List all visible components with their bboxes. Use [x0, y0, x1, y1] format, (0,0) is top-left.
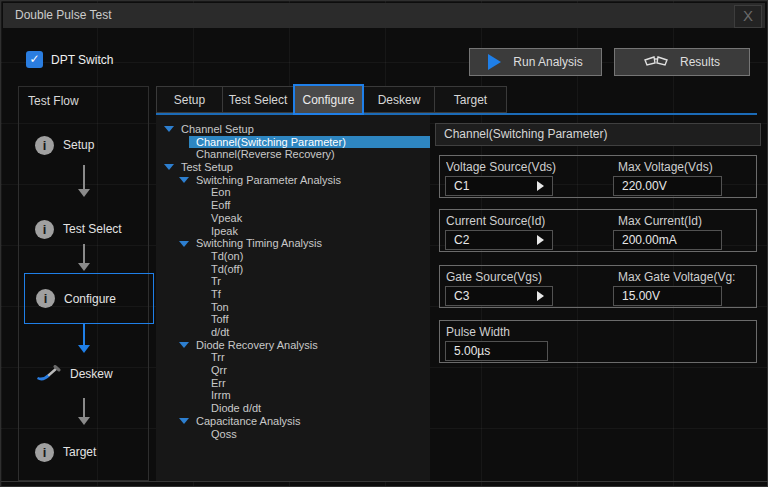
- tree-item-label: Diode d/dt: [211, 402, 261, 415]
- max-gate-voltage-input[interactable]: 15.00V: [613, 286, 722, 306]
- tree-item[interactable]: Irrm: [156, 389, 430, 402]
- tab-test-select[interactable]: Test Select: [222, 86, 294, 113]
- tree-item[interactable]: Vpeak: [156, 212, 430, 225]
- tree-item[interactable]: Ipeak: [156, 225, 430, 238]
- voltage-group: Voltage Source(Vds) Max Voltage(Vds) C1 …: [439, 155, 757, 198]
- tree-item[interactable]: Eon: [156, 186, 430, 199]
- double-pulse-test-dialog: Double Pulse Test X ✓ DPT Switch Run Ana…: [0, 0, 768, 487]
- input-value: 200.00mA: [622, 233, 677, 247]
- tree-expander-icon[interactable]: [164, 126, 174, 132]
- gate-source-label: Gate Source(Vgs): [446, 270, 542, 284]
- tree-item[interactable]: Switching Parameter Analysis: [156, 174, 430, 187]
- current-group: Current Source(Id) Max Current(Id) C2 20…: [439, 209, 757, 252]
- tree-item-label: Capacitance Analysis: [196, 415, 301, 428]
- tree-item[interactable]: Td(on): [156, 250, 430, 263]
- flow-arrow-down-icon: [77, 244, 91, 271]
- flow-step-setup[interactable]: Setup: [19, 133, 148, 157]
- tree-item-label: Vpeak: [211, 212, 242, 225]
- flow-arrow-down-blue-icon: [77, 323, 91, 353]
- tab-deskew[interactable]: Deskew: [363, 86, 435, 113]
- panel-bottom-divider: [1, 481, 768, 482]
- dropdown-value: C3: [454, 289, 469, 303]
- info-icon: [36, 289, 55, 308]
- tree-item-label: Channel(Switching Parameter): [196, 136, 346, 149]
- dpt-switch-label: DPT Switch: [51, 53, 113, 67]
- probe-icon: [35, 365, 61, 384]
- play-icon: [488, 54, 501, 70]
- flow-step-test-select[interactable]: Test Select: [19, 217, 148, 241]
- tree-item-label: Td(off): [211, 263, 243, 276]
- current-source-label: Current Source(Id): [446, 214, 545, 228]
- tree-item-label: Trr: [211, 351, 225, 364]
- tree-expander-icon[interactable]: [179, 418, 189, 424]
- info-icon: [35, 443, 54, 462]
- flow-step-configure[interactable]: Configure: [24, 273, 154, 324]
- tree-expander-icon[interactable]: [179, 241, 189, 247]
- close-button[interactable]: X: [734, 5, 762, 28]
- tree-item-label: Eon: [211, 186, 231, 199]
- current-source-dropdown[interactable]: C2: [445, 230, 553, 250]
- tree-item[interactable]: Qoss: [156, 428, 430, 441]
- tab-bar: SetupTest SelectConfigureDeskewTarget: [156, 86, 507, 115]
- tree-item[interactable]: Ton: [156, 301, 430, 314]
- tree-item[interactable]: Td(off): [156, 263, 430, 276]
- tree-item[interactable]: Capacitance Analysis: [156, 415, 430, 428]
- tree-item[interactable]: Diode Recovery Analysis: [156, 339, 430, 352]
- glasses-icon: [644, 55, 668, 69]
- tree-item[interactable]: Switching Timing Analysis: [156, 237, 430, 250]
- dropdown-arrow-icon: [537, 181, 544, 191]
- tree-item-label: Switching Parameter Analysis: [196, 174, 341, 187]
- tree-item-label: Channel Setup: [181, 123, 254, 136]
- tree-item[interactable]: Err: [156, 377, 430, 390]
- pulse-width-label: Pulse Width: [446, 325, 510, 339]
- max-voltage-input[interactable]: 220.00V: [613, 176, 722, 196]
- tree-item[interactable]: Channel(Reverse Recovery): [156, 148, 430, 161]
- dropdown-value: C1: [454, 179, 469, 193]
- tree-item[interactable]: Channel Setup: [156, 123, 430, 136]
- results-button[interactable]: Results: [614, 48, 750, 76]
- tab-setup[interactable]: Setup: [156, 86, 223, 113]
- tree-item-label: Test Setup: [181, 161, 233, 174]
- voltage-source-dropdown[interactable]: C1: [445, 176, 553, 196]
- tree-item[interactable]: Qrr: [156, 364, 430, 377]
- max-current-label: Max Current(Id): [618, 214, 702, 228]
- tree-item[interactable]: Trr: [156, 351, 430, 364]
- tree-item-label: Tr: [211, 275, 221, 288]
- test-flow-title: Test Flow: [28, 94, 79, 108]
- dropdown-value: C2: [454, 233, 469, 247]
- tree-item[interactable]: Toff: [156, 313, 430, 326]
- tree-expander-icon[interactable]: [164, 164, 174, 170]
- input-value: 15.00V: [622, 289, 660, 303]
- tree-expander-icon[interactable]: [179, 342, 189, 348]
- voltage-source-label: Voltage Source(Vds): [446, 160, 556, 174]
- max-current-input[interactable]: 200.00mA: [613, 230, 722, 250]
- tree-item-label: Td(on): [211, 250, 243, 263]
- window-title: Double Pulse Test: [15, 3, 112, 28]
- flow-step-target[interactable]: Target: [19, 440, 148, 464]
- tree-item-label: Ipeak: [211, 225, 238, 238]
- gate-source-dropdown[interactable]: C3: [445, 286, 553, 306]
- tree-item-label: Qrr: [211, 364, 227, 377]
- tree-item[interactable]: Diode d/dt: [156, 402, 430, 415]
- tab-configure[interactable]: Configure: [293, 84, 364, 115]
- dpt-switch-checkbox[interactable]: ✓: [26, 51, 43, 68]
- tree-item[interactable]: d/dt: [156, 326, 430, 339]
- tree-item[interactable]: Tr: [156, 275, 430, 288]
- info-icon: [35, 136, 54, 155]
- run-analysis-button[interactable]: Run Analysis: [469, 48, 602, 76]
- gate-group: Gate Source(Vgs) Max Gate Voltage(Vg: C3…: [439, 265, 757, 308]
- tree-item-label: Tf: [211, 288, 221, 301]
- tab-target[interactable]: Target: [434, 86, 507, 113]
- tree-item[interactable]: Test Setup: [156, 161, 430, 174]
- max-gate-voltage-label: Max Gate Voltage(Vg:: [618, 270, 754, 284]
- tree-item[interactable]: Eoff: [156, 199, 430, 212]
- tree-expander-icon[interactable]: [179, 177, 189, 183]
- tree-item-label: Channel(Reverse Recovery): [196, 148, 335, 161]
- dropdown-arrow-icon: [537, 235, 544, 245]
- flow-step-deskew[interactable]: Deskew: [19, 362, 148, 386]
- tree-item[interactable]: Channel(Switching Parameter): [189, 136, 430, 149]
- tree-item-label: Ton: [211, 301, 229, 314]
- pulse-width-input[interactable]: 5.00µs: [445, 341, 548, 361]
- pulse-width-group: Pulse Width 5.00µs: [439, 320, 757, 363]
- tree-item[interactable]: Tf: [156, 288, 430, 301]
